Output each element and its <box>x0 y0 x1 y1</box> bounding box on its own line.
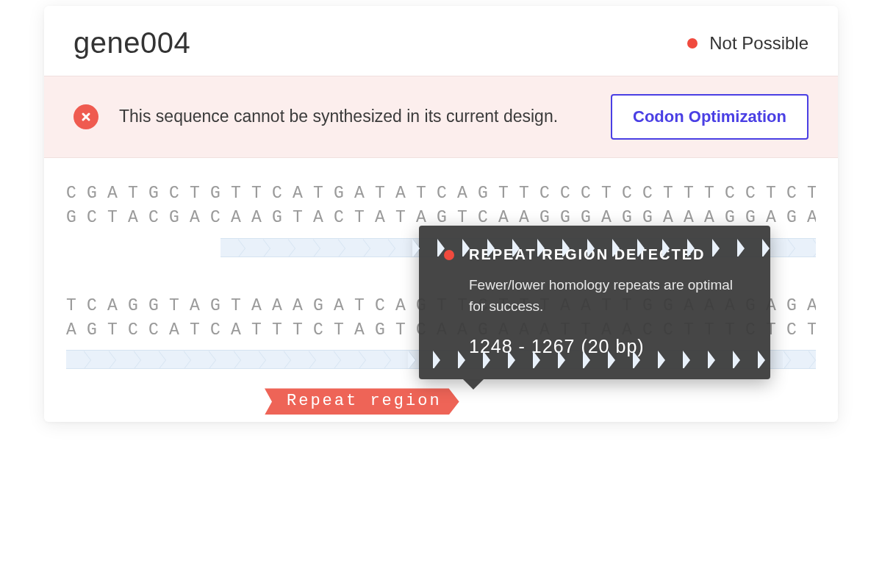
error-icon <box>74 104 98 129</box>
codon-optimization-button[interactable]: Codon Optimization <box>611 94 808 140</box>
synthesis-status: Not Possible <box>687 33 808 54</box>
gene-card: gene004 Not Possible This sequence canno… <box>44 6 838 422</box>
error-alert: This sequence cannot be synthesized in i… <box>44 76 838 158</box>
alert-message: This sequence cannot be synthesized in i… <box>119 105 590 128</box>
repeat-region-tag[interactable]: Repeat region <box>265 388 459 415</box>
tooltip-status-dot-icon <box>444 250 454 260</box>
status-dot-icon <box>687 38 698 49</box>
status-label: Not Possible <box>709 33 808 54</box>
card-header: gene004 Not Possible <box>44 6 838 76</box>
gene-title: gene004 <box>74 26 190 60</box>
sequence-viewer[interactable]: CGATGCTGTTCATGATATCAGTTCCCTCCTTTCCTCTGAG… <box>44 158 838 422</box>
sequence-row-1-top: CGATGCTGTTCATGATATCAGTTCCCTCCTTTCCTCTGAG… <box>66 182 816 206</box>
tooltip-body: Fewer/lower homology repeats are optimal… <box>469 275 745 317</box>
